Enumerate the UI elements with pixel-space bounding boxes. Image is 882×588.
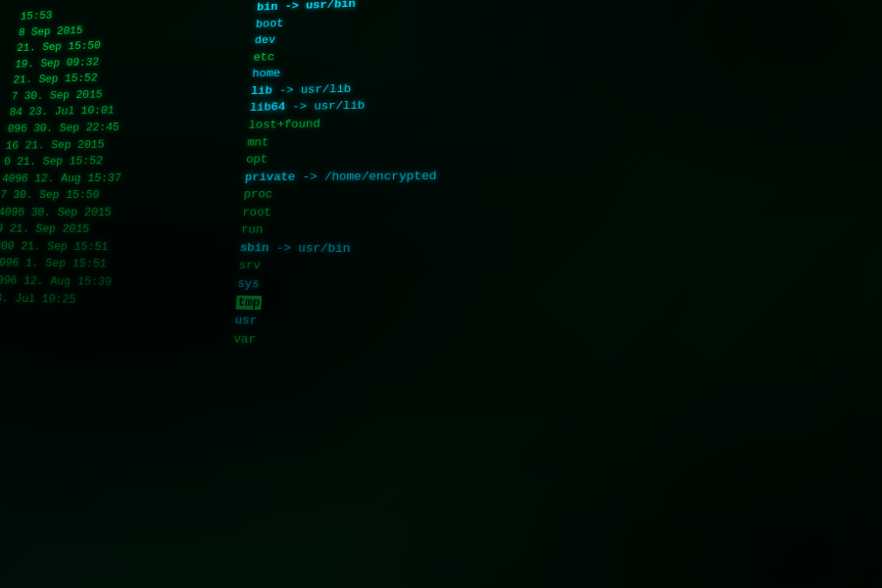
line-filename: private -> /home/encrypted	[244, 167, 437, 185]
terminal-line: 4096 30. Sep 2015 root	[0, 203, 882, 223]
line-meta: 4096 12. Aug 15:37	[1, 169, 245, 187]
line-filename: lost+found	[248, 116, 320, 134]
terminal-window: 15:53 bin -> usr/bin 8 Sep 2015 boot 21.…	[0, 0, 882, 588]
line-filename: boot	[255, 15, 284, 32]
line-filename: home	[252, 65, 281, 82]
line-meta: 0 21. Sep 15:52	[3, 151, 247, 171]
line-filename: root	[242, 204, 272, 221]
line-filename: etc	[253, 48, 275, 66]
line-meta	[0, 318, 234, 323]
terminal-content: 15:53 bin -> usr/bin 8 Sep 2015 boot 21.…	[0, 0, 882, 588]
line-filename: dev	[254, 31, 276, 49]
line-filename: usr	[234, 312, 258, 330]
line-filename: tmp	[235, 293, 262, 312]
line-meta	[0, 336, 233, 342]
line-filename: lib -> usr/lib	[251, 80, 352, 100]
line-filename: sys	[237, 275, 261, 294]
line-filename: lib64 -> usr/lib	[249, 97, 365, 117]
line-filename: proc	[243, 186, 273, 204]
line-meta: 7 30. Sep 15:50	[0, 186, 244, 204]
line-meta: 300 21. Sep 15:51	[0, 238, 241, 258]
line-filename: mnt	[247, 133, 270, 151]
line-filename: var	[233, 329, 257, 348]
line-filename: run	[241, 221, 264, 239]
terminal-line: 7 30. Sep 15:50 proc	[0, 182, 882, 204]
line-filename: sbin -> usr/bin	[239, 239, 351, 258]
tmp-highlight: tmp	[236, 295, 263, 310]
line-filename: opt	[246, 151, 269, 169]
line-meta: 0 21. Sep 2015	[0, 220, 242, 239]
line-filename: srv	[238, 257, 261, 275]
line-meta: 4096 30. Sep 2015	[0, 204, 243, 221]
